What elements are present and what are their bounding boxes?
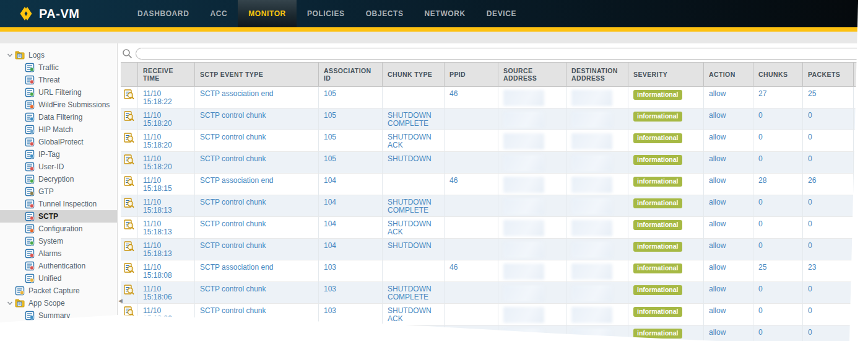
severity-badge: informational: [633, 155, 682, 165]
chevron-down-icon[interactable]: [5, 50, 15, 60]
chunk-type-cell: SHUTDOWN ACK: [383, 217, 445, 239]
log-detail-magnifier-icon[interactable]: [124, 219, 134, 230]
log-table-row[interactable]: 11/10 15:18:06 SCTP control chunk 103 SH…: [121, 326, 868, 341]
log-detail-magnifier-icon[interactable]: [124, 328, 134, 339]
redacted-source-address: [503, 177, 544, 193]
redacted-destination-address: [571, 264, 612, 280]
sidebar-collapse-handle[interactable]: ◀: [118, 298, 123, 304]
sidebar-item-data-filtering[interactable]: Data Filtering: [0, 111, 117, 123]
log-table-row[interactable]: 11/10 15:18:13 SCTP control chunk 104 SH…: [121, 217, 868, 239]
spacer-cell: [854, 152, 868, 174]
product-title: PA-VM: [39, 7, 79, 21]
chevron-down-icon[interactable]: [5, 298, 15, 308]
log-table-row[interactable]: 11/10 15:18:06 SCTP control chunk 103 SH…: [121, 282, 868, 304]
sidebar-item-logs[interactable]: Logs: [0, 49, 117, 61]
column-header-destination-address[interactable]: DESTINATION ADDRESS: [566, 63, 628, 86]
column-header-receive-time[interactable]: RECEIVE TIME: [138, 63, 195, 86]
receive-time-cell: 11/10 15:18:06: [138, 326, 195, 341]
packets-cell: 0: [803, 217, 854, 239]
log-table-row[interactable]: 11/10 15:18:15 SCTP association end 104 …: [121, 174, 868, 195]
severity-cell: informational: [628, 326, 704, 341]
severity-cell: informational: [628, 239, 704, 260]
log-detail-magnifier-icon[interactable]: [124, 176, 134, 187]
column-header-sctp-event-type[interactable]: SCTP EVENT TYPE: [195, 63, 319, 86]
sidebar-item-hip-match[interactable]: HIP Match: [0, 123, 117, 136]
log-detail-magnifier-icon[interactable]: [124, 306, 134, 317]
sidebar-item-ip-tag[interactable]: IP-Tag: [0, 148, 117, 161]
source-address-cell: [498, 282, 566, 304]
sidebar-item-threat[interactable]: Threat: [0, 74, 117, 86]
severity-cell: informational: [628, 130, 704, 152]
sidebar-item-globalprotect[interactable]: GlobalProtect: [0, 136, 117, 148]
nav-tab-policies[interactable]: POLICIES: [297, 0, 355, 27]
chunks-cell: 28: [753, 174, 803, 195]
log-filter-input[interactable]: [136, 48, 868, 60]
sidebar-item-system[interactable]: System: [0, 235, 117, 247]
sidebar-item-tunnel-inspection[interactable]: Tunnel Inspection: [0, 198, 117, 210]
log-detail-magnifier-icon[interactable]: [124, 198, 134, 208]
traffic-log-icon: [25, 63, 35, 73]
nav-tab-acc[interactable]: ACC: [199, 0, 238, 27]
source-address-cell: [498, 260, 566, 282]
chunks-cell: 0: [753, 152, 803, 174]
sidebar-item-summary[interactable]: Summary: [0, 309, 117, 322]
redacted-destination-address: [571, 329, 612, 341]
redacted-destination-address: [571, 198, 612, 215]
sidebar-item-app-scope[interactable]: App Scope: [0, 297, 117, 309]
column-header-action[interactable]: ACTION: [704, 63, 753, 86]
sidebar-item-url-filtering[interactable]: URL Filtering: [0, 86, 117, 99]
log-detail-magnifier-icon[interactable]: [124, 285, 134, 295]
log-table-row[interactable]: 11/10 15:18:20 SCTP control chunk 105 SH…: [121, 152, 868, 174]
column-header-source-address[interactable]: SOURCE ADDRESS: [498, 63, 566, 86]
event-type-cell: SCTP control chunk: [195, 108, 319, 130]
log-detail-magnifier-icon[interactable]: [124, 263, 134, 273]
log-table-row[interactable]: 11/10 15:18:20 SCTP control chunk 105 SH…: [121, 108, 868, 130]
action-cell: allow: [704, 152, 753, 174]
sidebar-item-change-monitor[interactable]: Change Monitor: [0, 322, 117, 334]
sidebar-item-gtp[interactable]: GTP: [0, 185, 117, 198]
association-id-cell: 104: [319, 195, 383, 217]
nav-tab-device[interactable]: DEVICE: [476, 0, 527, 27]
log-detail-magnifier-icon[interactable]: [124, 89, 134, 100]
event-type-cell: SCTP control chunk: [195, 304, 319, 326]
sidebar-item-configuration[interactable]: Configuration: [0, 223, 117, 235]
log-detail-magnifier-icon[interactable]: [124, 154, 134, 165]
log-table-row[interactable]: 11/10 15:18:22 SCTP association end 105 …: [121, 87, 868, 108]
log-table-row[interactable]: 11/10 15:18:13 SCTP control chunk 104 SH…: [121, 239, 868, 260]
ip-tag-log-icon: [25, 149, 35, 159]
data-filtering-log-icon: [25, 112, 35, 122]
column-header-ppid[interactable]: PPID: [445, 63, 498, 86]
nav-tab-network[interactable]: NETWORK: [414, 0, 476, 27]
nav-tab-monitor[interactable]: MONITOR: [238, 0, 297, 27]
sidebar-item-user-id[interactable]: User-ID: [0, 161, 117, 173]
log-detail-magnifier-icon[interactable]: [124, 111, 134, 122]
log-table-row[interactable]: 11/10 15:18:20 SCTP control chunk 105 SH…: [121, 130, 868, 152]
log-detail-magnifier-icon[interactable]: [124, 241, 134, 252]
sidebar-item-wildfire-submissions[interactable]: WildFire Submissions: [0, 99, 117, 111]
log-table-row[interactable]: 11/10 15:18:13 SCTP control chunk 104 SH…: [121, 195, 868, 217]
column-header-chunks[interactable]: CHUNKS: [753, 63, 803, 86]
sidebar-item-unified[interactable]: Unified: [0, 272, 117, 285]
association-id-cell: 105: [319, 130, 383, 152]
log-detail-magnifier-icon[interactable]: [124, 133, 134, 143]
nav-tab-dashboard[interactable]: DASHBOARD: [127, 0, 199, 27]
sidebar-item-decryption[interactable]: Decryption: [0, 173, 117, 185]
column-header-association-id[interactable]: ASSOCIATION ID: [319, 63, 383, 86]
sidebar-item-sctp[interactable]: SCTP: [0, 210, 117, 223]
log-table-row[interactable]: 11/10 15:18:08 SCTP association end 103 …: [121, 260, 868, 282]
column-header-packets[interactable]: PACKETS: [803, 63, 854, 86]
log-table-row[interactable]: 11/10 15:18:06 SCTP control chunk 103 SH…: [121, 304, 868, 326]
sidebar-item-authentication[interactable]: Authentication: [0, 260, 117, 272]
association-id-cell: 105: [319, 87, 383, 108]
receive-time-cell: 11/10 15:18:15: [138, 174, 195, 195]
nav-tab-objects[interactable]: OBJECTS: [355, 0, 414, 27]
sidebar-item-alarms[interactable]: Alarms: [0, 247, 117, 260]
sidebar-item-packet-capture[interactable]: Packet Capture: [0, 285, 117, 297]
column-header-severity[interactable]: SEVERITY: [628, 63, 704, 86]
column-header-chunk-type[interactable]: CHUNK TYPE: [383, 63, 445, 86]
sidebar-item-traffic[interactable]: Traffic: [0, 61, 117, 74]
packets-cell: 23: [803, 260, 854, 282]
ppid-cell: 46: [445, 87, 498, 108]
event-type-cell: SCTP control chunk: [195, 326, 319, 341]
logs-folder-icon: [15, 50, 25, 60]
